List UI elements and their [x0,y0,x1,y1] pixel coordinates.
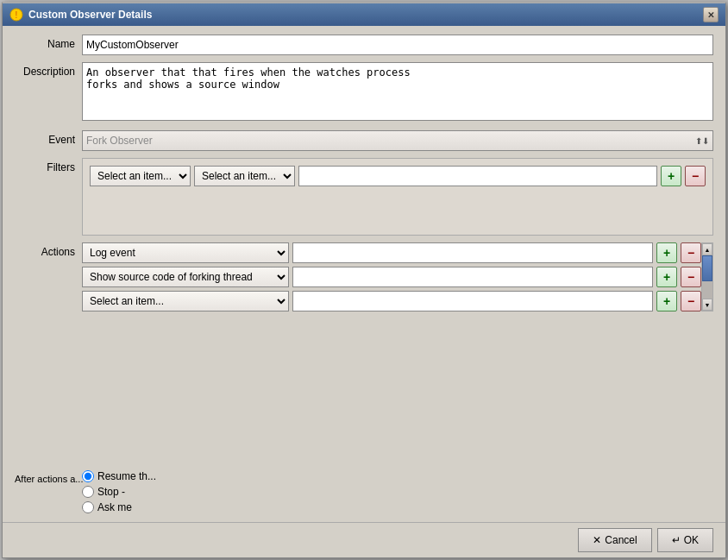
filters-section: Select an item... Select an item... + − [82,158,713,236]
action-text-2[interactable] [292,267,653,287]
filter-row-1: Select an item... Select an item... + − [90,166,706,186]
action-text-1[interactable] [292,242,653,263]
action-add-2[interactable]: + [656,267,677,287]
action-row-2: Show source code of forking thread + − [82,267,701,287]
action-remove-2[interactable]: − [681,267,701,287]
bottom-bar: ✕ Cancel ↵ OK [3,522,725,557]
ok-icon: ↵ [672,534,681,546]
filter-add-button[interactable]: + [661,166,681,186]
actions-row: Actions Log event + − [15,242,713,463]
filter-text-input[interactable] [298,166,657,186]
scroll-down-button[interactable]: ▼ [702,299,712,311]
after-actions-row: After actions a... Resume th... Stop - A… [15,470,713,513]
description-input[interactable]: An observer that that fires when the wat… [82,62,713,121]
action-select-1[interactable]: Log event [82,242,289,263]
action-text-3[interactable] [292,291,653,311]
radio-ask-input[interactable] [82,501,94,513]
actions-scrollbar[interactable]: ▲ ▼ [701,242,713,311]
scroll-up-button[interactable]: ▲ [702,243,712,255]
action-select-3[interactable]: Select an item... [82,291,289,311]
actions-label: Actions [15,242,75,258]
radio-stop[interactable]: Stop - [82,486,156,498]
scroll-track[interactable] [702,255,712,299]
action-add-3[interactable]: + [656,291,677,311]
filter-select-2[interactable]: Select an item... [194,166,295,186]
cancel-icon: ✕ [593,534,601,546]
close-button[interactable]: ✕ [703,7,719,22]
filter-remove-button[interactable]: − [685,166,706,186]
filters-row: Filters Select an item... Select an item… [15,158,713,236]
cancel-label: Cancel [605,534,637,546]
action-add-1[interactable]: + [656,242,677,263]
radio-resume[interactable]: Resume th... [82,470,156,482]
filter-select-1[interactable]: Select an item... [90,166,191,186]
cancel-button[interactable]: ✕ Cancel [578,528,651,552]
description-row: Description An observer that that fires … [15,62,713,123]
title-bar: ! Custom Observer Details ✕ [3,3,725,26]
name-input[interactable] [82,35,713,55]
action-row-1: Log event + − [82,242,701,263]
action-row-3-container: Select an item... + − Select an item... [82,291,701,311]
action-remove-1[interactable]: − [681,242,701,263]
custom-observer-dialog: ! Custom Observer Details ✕ Name Descrip… [2,2,726,558]
dialog-title: Custom Observer Details [28,9,152,21]
event-arrow-icon: ⬆⬇ [695,136,709,146]
ok-label: OK [684,534,699,546]
event-select[interactable]: Fork Observer ⬆⬇ [82,130,713,151]
scroll-handle[interactable] [702,255,712,281]
event-label: Event [15,130,75,146]
actions-wrapper: Log event + − Show source code of forkin… [82,242,713,311]
filters-label: Filters [15,158,75,173]
actions-scroll-area: Log event + − Show source code of forkin… [82,242,701,311]
radio-stop-label: Stop - [97,486,125,498]
svg-text:!: ! [16,10,18,20]
ok-button[interactable]: ↵ OK [657,528,713,552]
dialog-content: Name Description An observer that that f… [3,26,725,522]
action-row-3: Select an item... + − [82,291,701,311]
radio-resume-input[interactable] [82,470,94,482]
radio-resume-label: Resume th... [97,470,156,482]
event-value: Fork Observer [86,135,153,147]
name-row: Name [15,35,713,55]
radio-ask[interactable]: Ask me [82,501,156,513]
dialog-icon: ! [9,8,23,22]
actions-scroll-container: Log event + − Show source code of forkin… [82,242,713,311]
radio-stop-input[interactable] [82,486,94,498]
name-label: Name [15,35,75,50]
radio-ask-label: Ask me [97,501,132,513]
description-label: Description [15,62,75,78]
action-remove-3[interactable]: − [681,291,701,311]
event-row: Event Fork Observer ⬆⬇ [15,130,713,151]
after-actions-label: After actions a... [15,470,75,484]
after-actions-options: Resume th... Stop - Ask me [82,470,156,513]
action-select-2[interactable]: Show source code of forking thread [82,267,289,287]
